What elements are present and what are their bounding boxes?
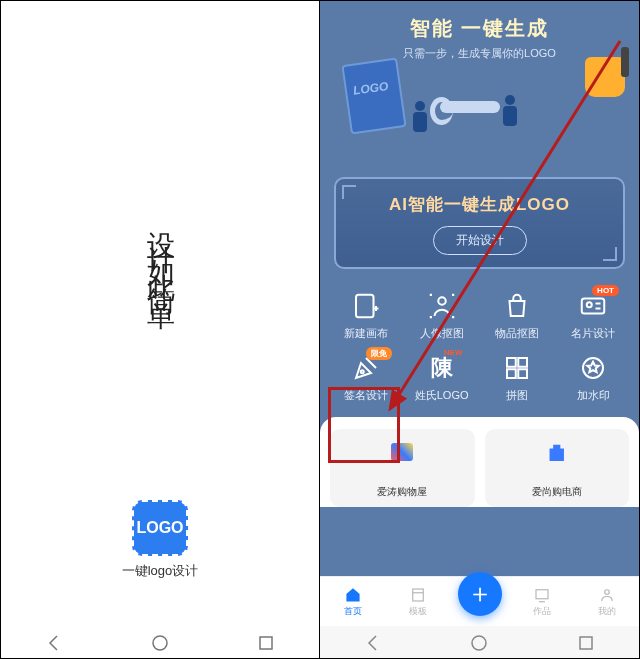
bottom-tab-bar: 首页 模板 ＋ 作品 我的 (320, 576, 639, 626)
nav-home-icon[interactable] (469, 633, 489, 653)
svg-rect-13 (536, 589, 548, 598)
nav-recent-icon[interactable] (576, 633, 596, 653)
tool-watermark[interactable]: 加水印 (555, 349, 631, 407)
template-card[interactable]: 爱尚购电商 (485, 429, 630, 507)
template-card[interactable]: 爱涛购物屋 (330, 429, 475, 507)
nav-home-icon[interactable] (150, 633, 170, 653)
tools-grid: 新建画布 人像抠图 物品抠图 HOT 名片设计 限免 签名设计 NEW 陳 姓氏… (320, 281, 639, 417)
svg-rect-7 (507, 358, 516, 367)
svg-point-15 (472, 636, 486, 650)
works-icon (533, 586, 551, 604)
tab-templates[interactable]: 模板 (393, 586, 443, 618)
tool-portrait-cutout[interactable]: 人像抠图 (404, 287, 480, 345)
shop-logo-icon (391, 443, 413, 461)
svg-rect-12 (412, 589, 423, 601)
tool-label: 拼图 (506, 388, 528, 403)
tool-business-card[interactable]: HOT 名片设计 (555, 287, 631, 345)
canvas-plus-icon (351, 291, 381, 321)
hero-person-icon (500, 95, 520, 129)
ai-generate-banner[interactable]: AI智能一键生成LOGO 开始设计 (334, 177, 625, 269)
person-cutout-icon (427, 291, 457, 321)
app-logo: LOGO (132, 500, 188, 556)
nav-back-icon[interactable] (363, 633, 383, 653)
tool-label: 物品抠图 (495, 326, 539, 341)
svg-rect-2 (356, 295, 374, 318)
svg-rect-1 (260, 637, 272, 649)
app-logo-label: 一键logo设计 (122, 562, 199, 580)
tool-label: 加水印 (577, 388, 610, 403)
bag-icon (502, 291, 532, 321)
collage-icon (502, 353, 532, 383)
tab-label: 模板 (409, 605, 427, 618)
person-icon (598, 586, 616, 604)
plus-icon: ＋ (467, 576, 493, 611)
svg-rect-9 (507, 369, 516, 378)
tool-label: 姓氏LOGO (415, 388, 469, 403)
tool-label: 新建画布 (344, 326, 388, 341)
svg-point-6 (361, 370, 364, 373)
tool-surname-logo[interactable]: NEW 陳 姓氏LOGO (404, 349, 480, 407)
svg-point-14 (604, 589, 609, 594)
svg-rect-10 (519, 369, 528, 378)
free-badge: 限免 (366, 347, 392, 360)
svg-point-3 (438, 297, 446, 305)
start-design-button[interactable]: 开始设计 (433, 226, 527, 255)
hero-title: 智能 一键生成 (330, 15, 629, 42)
svg-rect-8 (519, 358, 528, 367)
system-nav-left (1, 626, 319, 659)
system-nav-right (320, 626, 639, 659)
templates-icon (409, 586, 427, 604)
card-label: 爱尚购电商 (532, 485, 582, 499)
tab-label: 我的 (598, 605, 616, 618)
svg-point-5 (587, 302, 592, 307)
tab-works[interactable]: 作品 (517, 586, 567, 618)
tool-object-cutout[interactable]: 物品抠图 (480, 287, 556, 345)
create-fab[interactable]: ＋ (458, 572, 502, 616)
tool-label: 签名设计 (344, 388, 388, 403)
hot-badge: HOT (592, 285, 619, 296)
hero-paint-bucket-icon (585, 57, 625, 97)
svg-rect-4 (582, 299, 605, 314)
svg-rect-16 (580, 637, 592, 649)
tab-home[interactable]: 首页 (328, 586, 378, 618)
tool-label: 人像抠图 (420, 326, 464, 341)
home-icon (344, 586, 362, 604)
hero-illustration (320, 51, 639, 171)
splash-screen: 设计如此简单 LOGO 一键logo设计 (1, 1, 320, 659)
ai-banner-title: AI智能一键生成LOGO (344, 193, 615, 216)
tool-new-canvas[interactable]: 新建画布 (328, 287, 404, 345)
app-logo-text: LOGO (136, 519, 183, 537)
template-cards: 爱涛购物屋 爱尚购电商 (320, 417, 639, 507)
hero-wrench-icon (440, 101, 500, 113)
nav-recent-icon[interactable] (256, 633, 276, 653)
hero-person-icon (410, 101, 430, 135)
hero-doc-icon (341, 57, 406, 134)
hero-banner: 智能 一键生成 只需一步，生成专属你的LOGO (320, 1, 639, 171)
tool-collage[interactable]: 拼图 (480, 349, 556, 407)
splash-slogan: 设计如此简单 (141, 209, 179, 293)
card-label: 爱涛购物屋 (377, 485, 427, 499)
tab-label: 作品 (533, 605, 551, 618)
tool-label: 名片设计 (571, 326, 615, 341)
svg-point-0 (153, 636, 167, 650)
shopping-bag-icon (548, 443, 566, 461)
tool-signature-design[interactable]: 限免 签名设计 (328, 349, 404, 407)
tab-mine[interactable]: 我的 (582, 586, 632, 618)
star-badge-icon (578, 353, 608, 383)
app-home-screen: 智能 一键生成 只需一步，生成专属你的LOGO AI智能一键生成LOGO 开始设… (320, 1, 639, 659)
tab-label: 首页 (344, 605, 362, 618)
new-badge: NEW (439, 347, 468, 358)
nav-back-icon[interactable] (44, 633, 64, 653)
